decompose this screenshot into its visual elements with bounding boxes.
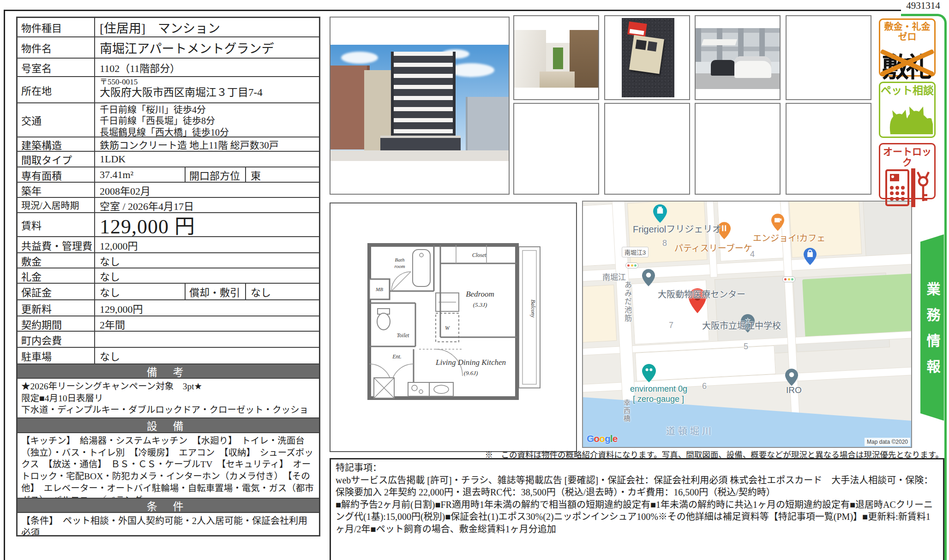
- row-value: 2年間: [95, 316, 319, 331]
- reference-number: 4931314: [901, 0, 945, 12]
- row-label: 駐車場: [18, 348, 95, 363]
- row-label: 礼金: [18, 268, 95, 283]
- remarks-line: ★2026年リーシングキャンペーン対象 3pt★: [21, 381, 315, 393]
- table-row: 更新料 129,000円: [18, 299, 319, 316]
- row-value: 〒550-0015 大阪府大阪市西区南堀江３丁目7-4: [95, 77, 319, 102]
- row-value: 129,000円: [95, 300, 319, 316]
- svg-text:room: room: [395, 263, 405, 269]
- row-value: 空室 / 2026年4月17日: [95, 198, 319, 212]
- table-row: 物件種目 [住居用] マンション: [18, 18, 319, 36]
- notes-paragraph-1: webサービス広告掲載 [許可]・チラシ、雑誌等掲載広告 [要確認]・保証会社：…: [336, 474, 938, 499]
- table-row: 礼金 なし: [18, 268, 319, 283]
- row-label: 敷金: [18, 253, 95, 268]
- building-exterior-photo: [330, 45, 509, 161]
- row-value: [住居用] マンション: [95, 18, 319, 36]
- map-label-kosaibashi: 幸西橋: [622, 399, 631, 423]
- postal-code: 〒550-0015: [100, 78, 314, 87]
- remarks-line: 限定■4月10日表層リ: [21, 393, 315, 405]
- corridor-floor: [540, 71, 575, 88]
- row-label: 号室名: [18, 59, 95, 76]
- notes-paragraph-2: ■解約予告2ヶ月前(日割)■FR適用時1年未満の解約で相当額の短期違約設定有■1…: [336, 499, 938, 536]
- row-label: 交通: [18, 103, 95, 137]
- notes-title: 特記事項：: [336, 462, 938, 474]
- row-value: なし: [95, 268, 319, 283]
- badge-autolock: オートロック: [879, 143, 936, 199]
- map-sign-minamihorie3: 南堀江3: [622, 247, 649, 257]
- svg-text:Ent.: Ent.: [392, 353, 402, 360]
- table-row: 共益費・管理費 12,000円: [18, 236, 319, 252]
- table-row: 専有面積 37.41m² 開口部方位 東: [18, 167, 319, 182]
- row-label: 物件種目: [18, 18, 95, 36]
- table-row: 物件名 南堀江アパートメントグランデ: [18, 36, 319, 58]
- map-label-amidaike: あみだ池筋: [622, 281, 633, 322]
- map-label-7: 7: [669, 321, 673, 330]
- subject-building: [391, 52, 455, 145]
- table-row: 保証金 なし 償却・敷引 なし: [18, 283, 319, 299]
- svg-text:MB: MB: [375, 286, 383, 292]
- dark-van: [711, 60, 736, 76]
- map-label-5: 5: [744, 342, 748, 351]
- remarks-body: ★2026年リーシングキャンペーン対象 3pt★ 限定■4月10日表層リ 下水道…: [18, 378, 319, 417]
- svg-text:Living Dining Kitchen: Living Dining Kitchen: [435, 358, 506, 367]
- row-value: 2008年02月: [95, 183, 319, 197]
- row-value: 南堀江アパートメントグランデ: [95, 37, 319, 58]
- row-label: 所在地: [18, 77, 95, 102]
- floorplan-box: Balcony Bath room MB Toilet: [330, 203, 577, 452]
- street-photo: [696, 28, 780, 89]
- google-map: 文 Frigeriolフリジェリオ 8 パティスリーブーケ エンジョイ!カフェ …: [582, 201, 912, 448]
- row-label2: 開口部方位: [186, 167, 246, 182]
- neighbor-building-left: [330, 66, 370, 149]
- map-attribution: Map data ©2020: [865, 438, 910, 446]
- deposit-crossed-icon: 敷 礼: [880, 43, 934, 81]
- row-value: 1102（11階部分）: [95, 59, 319, 76]
- business-info-label: 業務情報: [922, 270, 943, 385]
- remarks-line: 下水道・ディンプルキー・ダブルロックドア・クローゼット・クッションフロア: [21, 404, 315, 417]
- row-label: 現況/入居時期: [18, 198, 95, 212]
- table-row: 交通 千日前線「桜川」徒歩4分 千日前線「西長堀」徒歩8分 長堀鶴見線「西大橋」…: [18, 102, 319, 137]
- row-label: 建築構造: [18, 137, 95, 151]
- business-info-tab: 業務情報: [920, 234, 944, 421]
- map-label-school: 大阪市立堀江中学校: [702, 319, 781, 331]
- photo-box-empty-3: [604, 103, 690, 195]
- cloud: [341, 52, 378, 64]
- photo-box-empty-4: [695, 103, 781, 195]
- row-label: 賃料: [18, 213, 95, 236]
- photo-box-empty-1: [786, 15, 871, 100]
- row-label: 町内会費: [18, 332, 95, 347]
- row-value: [95, 332, 319, 347]
- secom-sticker: [627, 22, 647, 37]
- property-sheet: 4931314 物件種目 [住居用] マンション 物件名 南堀江アパートメントグ…: [0, 0, 949, 560]
- row-value: なし: [95, 348, 319, 363]
- row-label: 築年: [18, 183, 95, 197]
- badge-title: ペット相談: [880, 83, 934, 96]
- environment-pin: [642, 364, 656, 384]
- table-row: 間取タイプ 1LDK: [18, 151, 319, 167]
- shopping-pin: [804, 248, 817, 267]
- map-label-environment1: environment 0g: [630, 384, 687, 394]
- floorplan-drawing: Balcony Bath room MB Toilet: [364, 239, 545, 405]
- conditions-header: 条 件: [18, 498, 319, 512]
- intercom-panel: [629, 35, 664, 74]
- svg-text:Closet: Closet: [472, 252, 487, 258]
- photo-box-corridor: [513, 15, 599, 100]
- svg-text:Toilet: Toilet: [397, 332, 410, 339]
- row-value: 37.41m²: [95, 167, 186, 182]
- table-row: 建築構造 鉄筋コンクリート造 地上11階 総戸数30戸: [18, 137, 319, 151]
- badge-no-deposit: 敷金・礼金ゼロ 敷 礼: [879, 18, 936, 77]
- map-label-6: 6: [702, 381, 707, 391]
- map-label-river: 道頓堀川: [666, 424, 714, 437]
- equipment-header: 設 備: [18, 417, 319, 432]
- photo-box-street: [695, 15, 781, 100]
- badge-title: オートロック: [880, 144, 934, 167]
- map-label-environment2: [ zero-gauge ]: [633, 394, 684, 404]
- white-van: [734, 56, 771, 78]
- row-label: 共益費・管理費: [18, 237, 95, 252]
- row-label: 間取タイプ: [18, 152, 95, 167]
- row-value2: なし: [246, 284, 319, 299]
- page-border-top: [4, 10, 901, 11]
- photo-box-empty-5: [786, 103, 871, 195]
- row-value: 12,000円: [95, 237, 319, 252]
- map-label-iro: IRO: [786, 385, 802, 395]
- neighbor-building-right: [466, 97, 509, 151]
- row-value: なし: [95, 253, 319, 268]
